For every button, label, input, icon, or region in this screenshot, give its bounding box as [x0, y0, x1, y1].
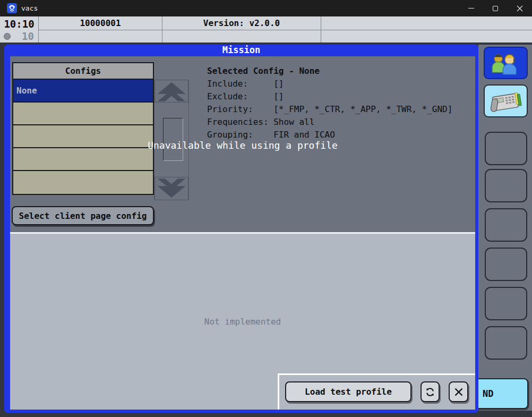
mission-dialog: Mission Configs None	[4, 45, 478, 413]
nd-button[interactable]: ND	[470, 378, 528, 409]
config-row-empty	[13, 148, 153, 171]
arrow-up-icon	[155, 80, 188, 103]
station-id-cell: 10000001	[39, 16, 162, 42]
profile-actions-panel: Load test profile	[278, 373, 475, 410]
close-icon	[517, 5, 523, 12]
spare-cell	[321, 16, 532, 42]
queue-count: 10	[22, 30, 34, 42]
close-x-icon	[453, 387, 464, 397]
refresh-icon	[424, 386, 436, 398]
clock: 10:10	[0, 18, 38, 30]
main-area: ND Mission Configs None	[0, 42, 532, 417]
controllers-icon	[490, 51, 522, 75]
dialog-close-button[interactable]	[449, 381, 468, 402]
sidebar: ND	[478, 45, 532, 411]
lower-section: Not implemented Load test profile	[10, 234, 475, 410]
sidebar-slot-button-1[interactable]	[485, 132, 527, 165]
config-row-selected[interactable]: None	[13, 80, 153, 103]
station-id: 10000001	[39, 16, 162, 30]
spare-cell-bottom	[321, 30, 532, 42]
window-titlebar: vacs	[0, 0, 532, 16]
configs-header: Configs	[13, 63, 153, 80]
version-cell: Version: v2.0.0	[162, 16, 321, 42]
config-detail-exclude: Exclude: []	[207, 90, 452, 103]
sidebar-slot-button-6[interactable]	[485, 326, 527, 360]
configs-table: Configs None	[12, 62, 154, 195]
app-logo-icon	[7, 3, 17, 13]
spare-cell-top	[321, 16, 532, 30]
config-details: Selected Config - None Include: [] Exclu…	[207, 65, 452, 141]
phone-icon	[488, 88, 524, 114]
refresh-button[interactable]	[421, 381, 440, 402]
config-row-empty	[13, 103, 153, 125]
version-label: Version: v2.0.0	[162, 16, 321, 30]
config-row-empty	[13, 171, 153, 194]
phone-button[interactable]	[484, 84, 528, 117]
unavailable-notice: Unavailable while using a profile	[10, 140, 475, 151]
dialog-title: Mission	[4, 45, 478, 56]
sidebar-slot-button-3[interactable]	[485, 208, 527, 242]
select-config-button-label: Select client page config	[19, 211, 147, 221]
maximize-icon	[493, 6, 498, 11]
load-test-profile-label: Load test profile	[305, 387, 392, 397]
scroll-down-button[interactable]	[155, 177, 188, 200]
config-details-heading: Selected Config - None	[207, 65, 452, 78]
sidebar-slot-button-4[interactable]	[485, 248, 527, 281]
nd-button-label: ND	[483, 388, 493, 399]
select-client-page-config-button[interactable]: Select client page config	[12, 206, 154, 225]
sidebar-slot-button-2[interactable]	[485, 169, 527, 202]
maximize-button[interactable]	[483, 0, 508, 16]
config-detail-include: Include: []	[207, 78, 452, 90]
version-subcell	[162, 30, 321, 42]
arrow-down-icon	[155, 177, 188, 200]
config-detail-frequencies: Frequencies: Show all	[207, 116, 452, 129]
config-detail-priority: Priority: [*_FMP, *_CTR, *_APP, *_TWR, *…	[207, 103, 452, 116]
controllers-button[interactable]	[484, 47, 528, 79]
station-id-subcell	[39, 30, 162, 42]
config-row-label: None	[16, 86, 37, 96]
dialog-content: Configs None	[10, 56, 475, 410]
clock-cell: 10:10 10	[0, 16, 39, 42]
window-title: vacs	[21, 4, 38, 12]
minimize-button[interactable]	[459, 0, 483, 16]
not-implemented-text: Not implemented	[10, 317, 475, 327]
status-dot-icon	[4, 33, 11, 40]
load-test-profile-button[interactable]: Load test profile	[285, 381, 411, 402]
sidebar-slot-button-5[interactable]	[485, 287, 527, 320]
close-window-button[interactable]	[508, 0, 532, 16]
status-bar: 10:10 10 10000001 Version: v2.0.0	[0, 16, 532, 42]
scroll-up-button[interactable]	[155, 80, 188, 103]
minimize-icon	[468, 8, 474, 8]
